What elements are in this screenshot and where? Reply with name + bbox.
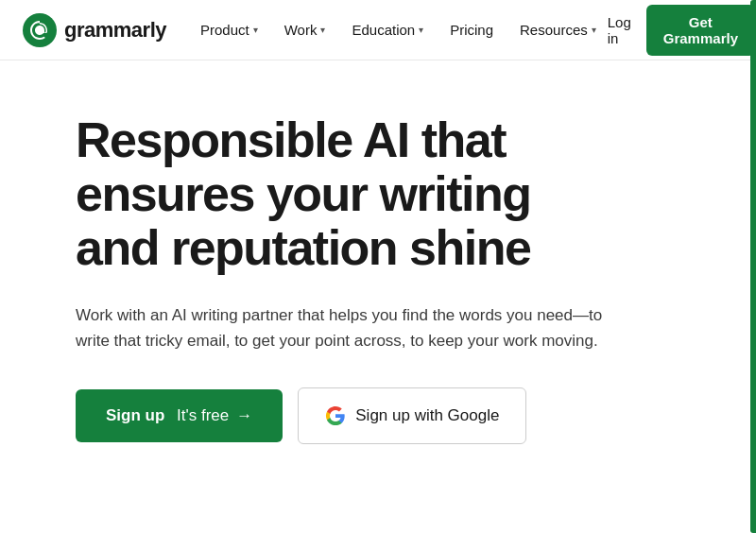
chevron-down-icon: ▾ [320,25,325,35]
navbar: grammarly Product ▾ Work ▾ Education ▾ P… [0,0,756,60]
hero-section: Responsible AI that ensures your writing… [0,60,680,482]
chevron-down-icon: ▾ [419,25,423,35]
hero-buttons: Sign up It's free → Sign up with Google [76,387,605,444]
nav-product-label: Product [200,22,249,38]
arrow-icon: → [236,406,252,425]
signup-button[interactable]: Sign up It's free → [76,389,283,442]
right-accent-bar [750,0,756,533]
login-link[interactable]: Log in [608,14,631,46]
nav-education-label: Education [352,22,415,38]
nav-item-work[interactable]: Work ▾ [273,14,337,45]
nav-item-resources[interactable]: Resources ▾ [508,14,608,45]
signup-free-text: It's free [172,406,229,425]
grammarly-logo-icon [23,13,57,47]
chevron-down-icon: ▾ [253,25,258,35]
nav-item-education[interactable]: Education ▾ [340,14,435,45]
svg-point-1 [37,27,43,33]
nav-work-label: Work [284,22,318,38]
nav-resources-label: Resources [520,22,588,38]
logo-text: grammarly [64,18,166,43]
hero-subtitle: Work with an AI writing partner that hel… [76,302,605,353]
get-grammarly-button[interactable]: Get Grammarly [646,5,755,56]
nav-right: Log in Get Grammarly [608,5,755,56]
logo-link[interactable]: grammarly [23,13,166,47]
nav-item-product[interactable]: Product ▾ [189,14,269,45]
hero-title: Responsible AI that ensures your writing… [76,113,605,276]
google-signup-label: Sign up with Google [355,406,499,425]
nav-item-pricing[interactable]: Pricing [438,14,505,45]
chevron-down-icon: ▾ [592,25,596,35]
google-icon [325,405,346,426]
nav-pricing-label: Pricing [450,22,493,38]
nav-links: Product ▾ Work ▾ Education ▾ Pricing Res… [189,14,608,45]
signup-label: Sign up [106,406,164,425]
google-signup-button[interactable]: Sign up with Google [298,387,526,444]
